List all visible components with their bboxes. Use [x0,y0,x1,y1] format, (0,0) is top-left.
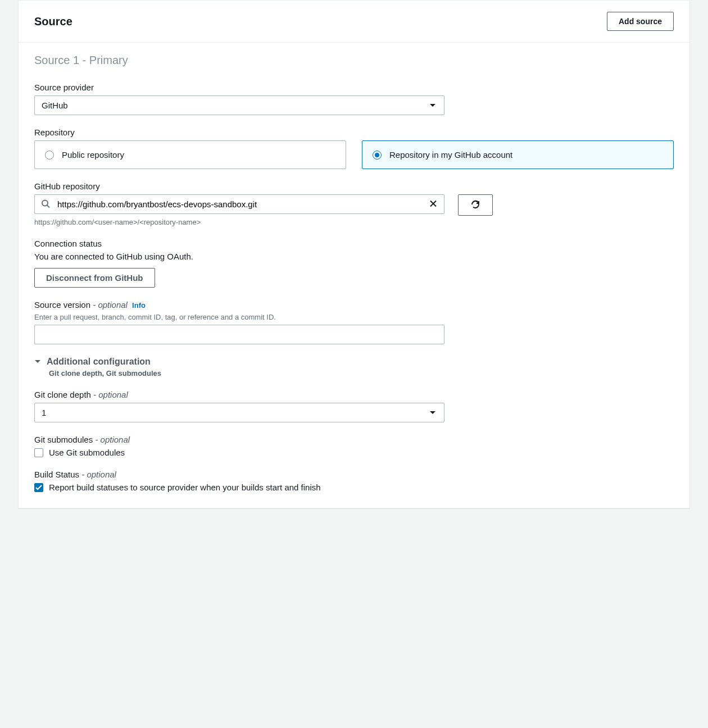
clone-depth-label: Git clone depth - optional [34,390,674,399]
source-version-input[interactable] [34,325,444,344]
add-source-button[interactable]: Add source [607,12,674,31]
radio-icon [45,151,54,160]
panel-body: Source 1 - Primary Source provider GitHu… [19,43,689,508]
info-link[interactable]: Info [132,301,146,310]
repository-tiles: Public repository Repository in my GitHu… [34,140,674,169]
build-status-checkbox-label: Report build statuses to source provider… [49,483,321,492]
additional-config-group: Additional configuration Git clone depth… [34,357,674,377]
panel-title: Source [34,15,72,28]
submodules-checkbox-row[interactable]: Use Git submodules [34,448,674,457]
checkbox-icon [34,448,43,457]
build-status-group: Build Status - optional Report build sta… [34,470,674,492]
source-panel: Source Add source Source 1 - Primary Sou… [18,0,690,508]
repo-option-mine-label: Repository in my GitHub account [389,150,512,160]
submodules-label: Git submodules - optional [34,435,674,444]
caret-down-icon [429,103,436,108]
source-provider-label: Source provider [34,83,674,92]
checkbox-icon [34,483,43,492]
clone-depth-value: 1 [42,408,46,417]
build-status-checkbox-row[interactable]: Report build statuses to source provider… [34,483,674,492]
github-repo-hint: https://github.com/<user-name>/<reposito… [34,218,674,226]
svg-line-1 [47,205,49,207]
search-icon [41,199,50,210]
additional-config-label: Additional configuration [47,357,151,367]
source-provider-value: GitHub [42,101,68,110]
submodules-group: Git submodules - optional Use Git submod… [34,435,674,457]
connection-status-label: Connection status [34,239,674,248]
source-version-group: Source version - optional Info Enter a p… [34,300,674,344]
source-provider-group: Source provider GitHub [34,83,674,115]
repository-group: Repository Public repository Repository … [34,128,674,169]
disconnect-button[interactable]: Disconnect from GitHub [34,268,155,288]
radio-icon [373,151,382,160]
repo-option-public[interactable]: Public repository [34,140,346,169]
additional-config-sub: Git clone depth, Git submodules [49,369,674,377]
repo-option-public-label: Public repository [62,150,124,160]
clear-icon[interactable] [429,199,438,210]
repo-option-mine[interactable]: Repository in my GitHub account [362,140,674,169]
clone-depth-group: Git clone depth - optional 1 [34,390,674,422]
caret-down-icon [34,360,41,364]
refresh-icon [470,199,480,211]
github-repo-group: GitHub repository [34,181,674,226]
panel-header: Source Add source [19,1,689,43]
clone-depth-select[interactable]: 1 [34,403,444,422]
caret-down-icon [429,411,436,415]
connection-status-text: You are connected to GitHub using OAuth. [34,252,674,261]
refresh-button[interactable] [458,194,493,216]
svg-point-0 [42,200,48,206]
connection-status-group: Connection status You are connected to G… [34,239,674,288]
additional-config-toggle[interactable]: Additional configuration [34,357,674,367]
source-version-hint: Enter a pull request, branch, commit ID,… [34,313,674,321]
submodules-checkbox-label: Use Git submodules [49,448,125,457]
github-repo-input[interactable] [34,194,444,214]
build-status-label: Build Status - optional [34,470,674,479]
repository-label: Repository [34,128,674,137]
source-version-label: Source version - optional Info [34,300,674,310]
source-provider-select[interactable]: GitHub [34,95,444,115]
source-subtitle: Source 1 - Primary [34,54,674,67]
github-repo-label: GitHub repository [34,181,674,191]
